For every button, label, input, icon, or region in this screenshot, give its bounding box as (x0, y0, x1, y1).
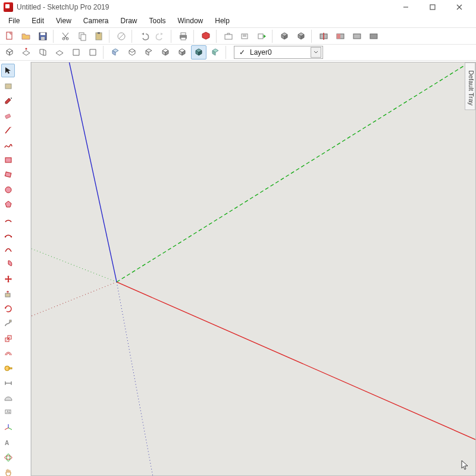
style-xray-icon[interactable] (108, 45, 123, 60)
dimension-tool-icon[interactable] (1, 376, 15, 390)
svg-rect-19 (225, 35, 232, 39)
paint-tool-icon[interactable] (1, 93, 15, 107)
style-texture-icon[interactable] (208, 45, 223, 60)
paste-icon[interactable] (91, 29, 107, 43)
redo-icon[interactable] (153, 29, 168, 43)
menu-view[interactable]: View (50, 15, 77, 26)
offset-tool-icon[interactable] (1, 346, 15, 360)
top-view-icon[interactable] (18, 45, 34, 60)
rotated-rect-tool-icon[interactable] (1, 168, 15, 181)
svg-line-70 (117, 282, 153, 475)
menu-edit[interactable]: Edit (26, 15, 50, 26)
svg-rect-17 (181, 33, 186, 35)
scale-tool-icon[interactable] (1, 331, 15, 345)
sections-icon[interactable] (316, 29, 331, 43)
axes-tool-icon[interactable] (1, 421, 15, 434)
menu-draw[interactable]: Draw (115, 15, 143, 26)
viewport[interactable]: Default Tray (31, 62, 476, 476)
line-tool-icon[interactable] (1, 123, 15, 137)
svg-rect-31 (5, 84, 11, 89)
svg-rect-18 (181, 37, 186, 40)
2pt-arc-tool-icon[interactable] (1, 227, 15, 241)
copy-icon[interactable] (74, 29, 90, 43)
3pt-arc-tool-icon[interactable] (1, 242, 15, 256)
svg-line-71 (117, 282, 475, 442)
play-icon[interactable] (254, 29, 270, 43)
style-wire-icon[interactable] (124, 45, 140, 60)
front-view-icon[interactable] (35, 45, 51, 60)
menu-camera[interactable]: Camera (77, 15, 115, 26)
user-icon[interactable] (237, 29, 253, 43)
circle-tool-icon[interactable] (1, 183, 15, 196)
style-mono-icon[interactable] (191, 45, 206, 60)
extension-icon[interactable] (221, 29, 236, 43)
select-tool-icon[interactable] (1, 64, 15, 77)
menu-bar: File Edit View Camera Draw Tools Window … (0, 14, 476, 27)
menu-window[interactable]: Window (172, 15, 209, 26)
workspace: A1 A Default Tray (0, 62, 476, 476)
svg-rect-40 (10, 320, 11, 322)
maximize-button[interactable] (419, 0, 446, 14)
undo-icon[interactable] (136, 29, 152, 43)
tape-tool-icon[interactable] (1, 361, 15, 375)
layer-selector[interactable]: ✓ Layer0 (234, 46, 323, 59)
sections4-icon[interactable] (366, 29, 381, 43)
sections3-icon[interactable] (349, 29, 365, 43)
print-icon[interactable] (176, 29, 191, 43)
axes-drawing (32, 62, 475, 475)
svg-line-51 (8, 428, 12, 430)
svg-rect-44 (9, 368, 12, 369)
svg-rect-1 (430, 5, 435, 10)
protractor-tool-icon[interactable] (1, 391, 15, 405)
save-icon[interactable] (35, 29, 51, 43)
style-hidden-icon[interactable] (141, 45, 156, 60)
erase-icon[interactable] (114, 29, 129, 43)
style-shaded-icon[interactable] (158, 45, 173, 60)
pushpull-tool-icon[interactable] (1, 287, 15, 300)
menu-file[interactable]: File (2, 15, 26, 26)
polygon-tool-icon[interactable] (1, 198, 15, 211)
sections2-icon[interactable] (333, 29, 348, 43)
svg-point-55 (7, 454, 10, 461)
cut-icon[interactable] (58, 29, 73, 43)
eraser-tool-icon[interactable] (1, 108, 15, 122)
pie-tool-icon[interactable] (1, 257, 15, 271)
svg-line-69 (32, 234, 117, 282)
right-view-icon[interactable] (52, 45, 67, 60)
default-tray-tab[interactable]: Default Tray (465, 62, 475, 110)
isometric-icon[interactable] (277, 29, 292, 43)
new-file-icon[interactable] (2, 29, 17, 43)
rectangle-tool-icon[interactable] (1, 153, 15, 167)
move-tool-icon[interactable] (1, 272, 15, 286)
rotate-tool-icon[interactable] (1, 302, 15, 315)
back-view-icon[interactable] (68, 45, 84, 60)
svg-point-38 (10, 236, 11, 237)
svg-rect-13 (98, 32, 100, 34)
svg-rect-27 (337, 34, 340, 39)
minimize-button[interactable] (392, 0, 419, 14)
left-view-icon[interactable] (85, 45, 101, 60)
model-info-icon[interactable] (198, 29, 214, 43)
text-tool-icon[interactable]: A1 (1, 406, 15, 419)
layer-dropdown-icon[interactable] (311, 47, 321, 58)
svg-line-52 (5, 428, 8, 430)
svg-line-73 (68, 62, 117, 282)
followme-tool-icon[interactable] (1, 317, 15, 330)
orbit-tool-icon[interactable] (1, 450, 15, 464)
window-title: Untitled - SketchUp Pro 2019 (17, 3, 109, 11)
3dtext-tool-icon[interactable]: A (1, 436, 15, 449)
style-shaded-tex-icon[interactable] (174, 45, 190, 60)
open-file-icon[interactable] (18, 29, 34, 43)
iso-view-icon[interactable] (2, 45, 17, 60)
menu-help[interactable]: Help (209, 15, 236, 26)
svg-rect-7 (41, 37, 45, 40)
menu-tools[interactable]: Tools (143, 15, 172, 26)
pan-tool-icon[interactable] (1, 465, 15, 476)
component-tool-icon[interactable] (1, 79, 15, 92)
arc-tool-icon[interactable] (1, 212, 15, 226)
svg-point-32 (11, 98, 12, 99)
tray-label: Default Tray (468, 70, 475, 105)
close-button[interactable] (446, 0, 472, 14)
freehand-tool-icon[interactable] (1, 138, 15, 152)
isometric2-icon[interactable] (293, 29, 309, 43)
